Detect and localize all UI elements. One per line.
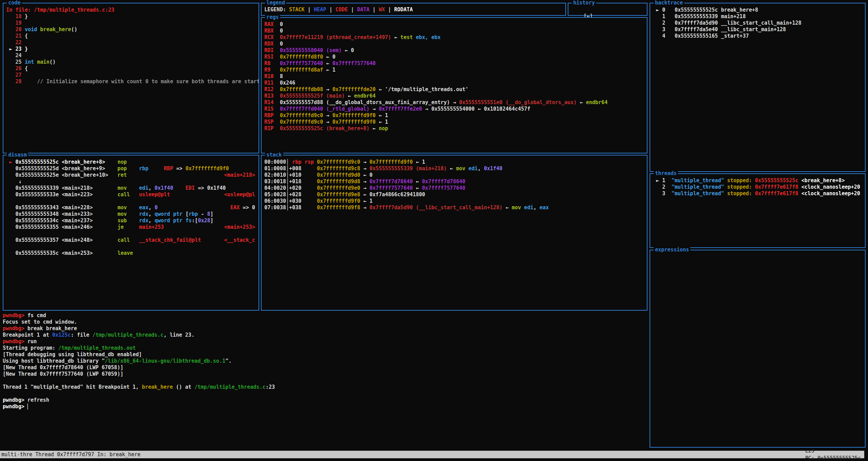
text-segment: |: [385, 7, 394, 13]
text-segment: 0: [280, 21, 283, 27]
text-segment: 0x555555555348 <main+233>: [6, 211, 93, 217]
text-segment: 24: [6, 52, 22, 59]
text-segment: ←: [475, 106, 484, 112]
text-segment: ,: [478, 165, 484, 172]
text-segment: Using host libthread_db library ": [3, 358, 105, 364]
text-segment: usleep@plt: [139, 191, 170, 198]
text-segment: 22: [6, 39, 22, 46]
text-segment: 0x7fffffffd9f0: [369, 159, 413, 165]
text-segment: [521, 204, 524, 211]
text-segment: 0x10102464c457f: [484, 106, 530, 112]
backtrace-frame: ► 0 0x55555555525c break_here+8: [653, 7, 862, 13]
text-segment: 27: [6, 72, 22, 78]
text-segment: →: [323, 112, 332, 119]
text-segment: }: [25, 13, 28, 20]
text-segment: [301, 185, 317, 191]
stack-row: 03:0018│+018 0x7fffffffd9d8 → 0x7ffff7d7…: [264, 178, 644, 185]
text-segment: +030: [289, 198, 301, 204]
register-row: RBX 0: [264, 28, 644, 34]
terminal[interactable]: pwndbg> fs cmdFocus set to cmd window.pw…: [3, 312, 585, 415]
text-segment: 23 }: [15, 46, 28, 52]
text-segment: [301, 191, 317, 198]
text-segment: pwndbg>: [3, 312, 27, 319]
text-segment: RSP: [264, 119, 280, 125]
disassembly-line: [6, 198, 256, 204]
text-segment: rbp: [139, 165, 148, 172]
text-segment: RIP: [264, 125, 280, 132]
text-segment: "multiple_thread": [671, 177, 724, 184]
text-segment: +018: [289, 178, 301, 185]
registers-panel: regs RAX 0RBX 0RCX 0x7ffff7e11219 (pthre…: [261, 17, 647, 153]
code-panel: code In file: /tmp/multiple_threads.c:23…: [3, 3, 259, 153]
text-segment: R11: [264, 80, 280, 86]
text-segment: ▏: [27, 403, 30, 410]
text-segment: ← 0xf7a4866c62941800: [360, 191, 425, 198]
text-segment: ← 1: [323, 67, 336, 73]
terminal-line: Using host libthread_db library "/lib/x8…: [3, 358, 585, 364]
expressions-panel-title: expressions: [654, 247, 690, 253]
text-segment: fs: [186, 217, 192, 224]
text-segment: [93, 237, 117, 243]
register-row: R8 0x7ffff7577640 ← 0x7ffff7577640: [264, 60, 644, 67]
terminal-line: Starting program: /tmp/multiple_threads.…: [3, 345, 585, 351]
jump-target-annotation: <main+218>: [224, 172, 255, 178]
text-segment: RBP: [264, 112, 280, 119]
text-segment: WX: [379, 7, 385, 13]
history-panel-title: history: [572, 0, 596, 6]
disassembly-line: [6, 230, 256, 237]
text-segment: {: [25, 65, 28, 72]
text-segment: 0x5555555551e0 (__do_global_dtors_aux): [459, 99, 577, 105]
jump-target-annotation: <main+253>: [224, 224, 255, 230]
text-segment: <main+253>: [224, 224, 255, 230]
jump-target-annotation: <usleep@pl: [224, 191, 255, 198]
text-segment: 0x55555555525d <break_here+9>: [6, 165, 105, 172]
jump-target-annotation: EAX => 0: [230, 204, 255, 211]
text-segment: ←: [391, 34, 400, 40]
text-segment: [301, 178, 317, 185]
text-segment: edi: [524, 204, 533, 211]
text-segment: nop: [379, 125, 388, 132]
text-segment: rbp: [189, 211, 198, 217]
stack-row: 04:0020│+020 0x7fffffffd9e0 → 0x7ffff757…: [264, 185, 644, 191]
text-segment: [127, 185, 139, 191]
text-segment: 0x555555555343 <main+228>: [6, 204, 93, 211]
terminal-line: [3, 377, 585, 384]
text-segment: [724, 190, 727, 197]
terminal-line: Thread 1 "multiple_thread" hit Breakpoin…: [3, 384, 585, 390]
text-segment: HEAP: [314, 7, 326, 13]
text-segment: [127, 217, 139, 224]
disassembly-line: 0x55555555525d <break_here+9> pop rbp RB…: [6, 165, 256, 172]
text-segment: →: [360, 159, 369, 165]
registers-panel-title: regs: [265, 14, 280, 20]
text-segment: [124, 224, 139, 230]
text-segment: 0x55555555525c: [755, 177, 798, 184]
text-segment: [183, 217, 186, 224]
text-segment: stopped:: [727, 184, 752, 190]
text-segment: <break_here+8>: [802, 177, 845, 184]
text-segment: ↓: [6, 178, 22, 185]
history-panel: history [←] [→]: [568, 3, 647, 16]
text-segment: [105, 165, 117, 172]
disassembly-line: 0x555555555343 <main+228> mov eax, 0EAX …: [6, 204, 256, 211]
register-row: RSI 0x7fffffffd8f0 ← 0: [264, 54, 644, 60]
text-segment: [93, 185, 117, 191]
register-row: RDX 0: [264, 41, 644, 47]
text-segment: :[: [192, 217, 198, 224]
stack-panel-title: stack: [265, 152, 283, 158]
register-row: RBP 0x7fffffffd9c0 → 0x7fffffffd9f0 ← 1: [264, 112, 644, 119]
disassembly-line: 0x555555555355 <main+246> je main+253<ma…: [6, 224, 256, 230]
text-segment: /tmp/multiple_threads.out: [59, 345, 136, 351]
backtrace-panel: backtrace ► 0 0x55555555525c break_here+…: [650, 3, 866, 172]
backtrace-frame: 2 0x7ffff7da5d90 __libc_start_call_main+…: [653, 20, 862, 26]
backtrace-frame: 1 0x555555555339 main+218: [653, 13, 862, 20]
legend-line: LEGEND: STACK | HEAP | CODE | DATA | WX …: [264, 7, 563, 13]
text-segment: je: [117, 224, 124, 230]
text-segment: [New Thread 0x7ffff7577640 (LWP 67059)]: [3, 371, 123, 377]
text-segment: endbr64: [354, 93, 376, 99]
text-segment: 19: [6, 20, 22, 26]
text-segment: |: [348, 7, 357, 13]
text-segment: pwndbg>: [3, 397, 27, 403]
text-segment: 0x7fffffffd9f0: [332, 112, 376, 119]
expressions-panel: expressions: [650, 250, 866, 448]
stack-row: 07:0038│+038 0x7fffffffd9f8 → 0x7ffff7da…: [264, 204, 644, 211]
